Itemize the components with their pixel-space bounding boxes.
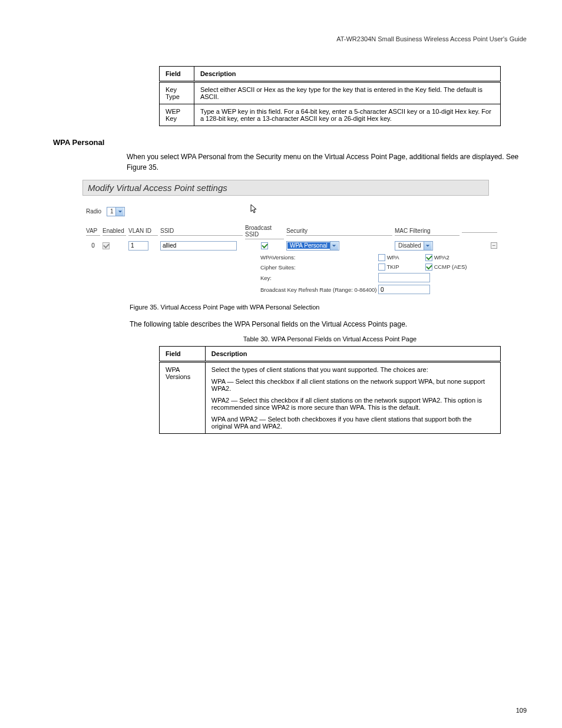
col-enabled: Enabled (103, 228, 126, 236)
vap-panel-title: Modify Virtual Access Point settings (82, 180, 489, 196)
collapse-icon[interactable]: − (491, 242, 497, 249)
wpa-label: WPA (387, 254, 399, 261)
wpa2-label: WPA2 (434, 254, 449, 261)
radio-label: Radio (86, 208, 101, 215)
col-ssid: SSID (160, 228, 243, 236)
cell-field: Key Type (160, 82, 194, 104)
figure-caption: Figure 35. Virtual Access Point Page wit… (130, 304, 527, 311)
radio-select[interactable]: 1 (107, 207, 125, 216)
table30-col-desc: Description (205, 347, 500, 362)
desc-para: Select the types of client stations that… (211, 366, 494, 373)
cursor-icon (250, 209, 259, 216)
figure-vap-panel: Modify Virtual Access Point settings Rad… (82, 180, 527, 298)
table-30: Field Description WPA Versions Select th… (159, 346, 501, 434)
desc-para: WPA — Select this checkbox if all client… (211, 378, 494, 392)
table-29: Field Description Key Type Select either… (159, 66, 501, 126)
tkip-label: TKIP (386, 263, 399, 270)
col-broadcast: Broadcast SSID (245, 225, 284, 239)
ssid-input[interactable] (160, 241, 237, 251)
section-heading-wpa-personal: WPA Personal (53, 138, 527, 147)
ccmp-checkbox[interactable] (425, 263, 432, 271)
broadcast-key-refresh-label: Broadcast Key Refresh Rate (Range: 0-864… (260, 286, 378, 293)
broadcast-ssid-checkbox[interactable] (261, 242, 268, 249)
table-row: WEP Key Type a WEP key in this field. Fo… (160, 104, 501, 126)
wpa-versions-label: WPAVersions: (260, 254, 378, 261)
vap-index: 0 (86, 242, 100, 249)
table30-caption: Table 30. WPA Personal Fields on Virtual… (159, 335, 501, 342)
desc-para: WPA and WPA2 — Select both checkboxes if… (211, 416, 494, 430)
col-vlan: VLAN ID (128, 228, 158, 236)
chevron-down-icon (424, 242, 432, 250)
page-number: 109 (516, 707, 527, 714)
tkip-checkbox[interactable] (378, 263, 385, 271)
cell-field: WPA Versions (160, 362, 206, 434)
wpa-checkbox[interactable] (378, 254, 385, 261)
cell-desc: Type a WEP key in this field. For a 64-b… (194, 104, 500, 126)
chevron-down-icon (330, 242, 338, 250)
key-input[interactable] (378, 273, 430, 282)
section-intro: When you select WPA Personal from the Se… (127, 151, 527, 173)
security-select[interactable]: WPA Personal (286, 241, 339, 251)
table-row: Key Type Select either ASCII or Hex as t… (160, 82, 501, 104)
broadcast-key-refresh-input[interactable] (378, 285, 430, 294)
document-header: AT-WR2304N Small Business Wireless Acces… (35, 35, 527, 42)
cipher-suites-label: Cipher Suites: (260, 264, 378, 271)
mac-filtering-value: Disabled (396, 242, 424, 249)
table-row: WPA Versions Select the types of client … (160, 362, 501, 434)
vlan-id-input[interactable] (128, 241, 148, 251)
ccmp-label: CCMP (AES) (434, 263, 467, 270)
radio-select-value: 1 (108, 208, 116, 215)
enabled-checkbox[interactable] (103, 242, 110, 249)
col-collapse (462, 231, 497, 233)
cell-field: WEP Key (160, 104, 194, 126)
chevron-down-icon (115, 207, 124, 216)
col-security: Security (286, 228, 392, 236)
col-mac: MAC Filtering (395, 228, 459, 236)
wpa2-checkbox[interactable] (425, 254, 432, 261)
table30-col-field: Field (160, 347, 206, 362)
cell-desc: Select either ASCII or Hex as the key ty… (194, 82, 500, 104)
key-label: Key: (260, 275, 378, 281)
table29-col-field: Field (160, 67, 194, 82)
col-vap: VAP (86, 228, 100, 236)
security-select-value: WPA Personal (287, 242, 330, 249)
table30-intro: The following table describes the WPA Pe… (130, 319, 527, 330)
table29-col-desc: Description (194, 67, 500, 82)
cell-desc: Select the types of client stations that… (205, 362, 500, 434)
desc-para: WPA2 — Select this checkbox if all clien… (211, 397, 494, 411)
mac-filtering-select[interactable]: Disabled (395, 241, 433, 251)
